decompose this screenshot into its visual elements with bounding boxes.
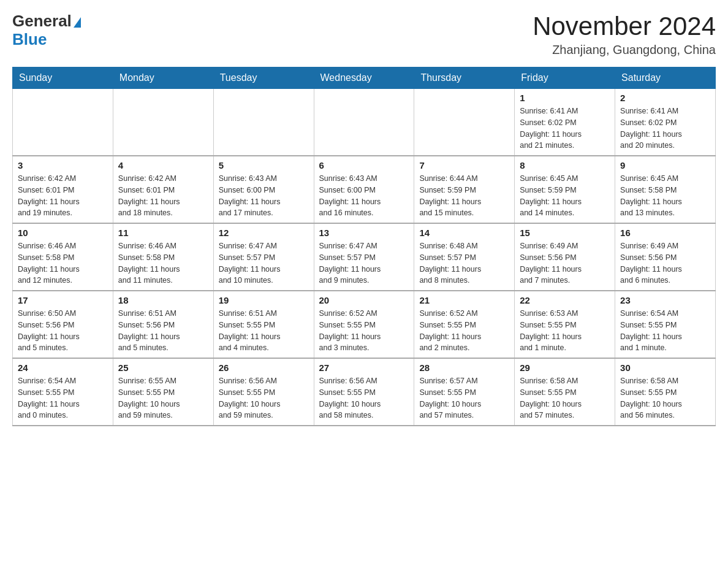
day-header-monday: Monday bbox=[113, 67, 213, 89]
day-number: 30 bbox=[620, 362, 710, 373]
day-info: Sunrise: 6:55 AM Sunset: 5:55 PM Dayligh… bbox=[118, 375, 208, 421]
calendar-cell: 21Sunrise: 6:52 AM Sunset: 5:55 PM Dayli… bbox=[414, 291, 515, 358]
day-number: 19 bbox=[219, 295, 309, 305]
calendar-cell bbox=[13, 89, 113, 156]
calendar-cell: 3Sunrise: 6:42 AM Sunset: 6:01 PM Daylig… bbox=[13, 156, 113, 223]
calendar-cell: 9Sunrise: 6:45 AM Sunset: 5:58 PM Daylig… bbox=[615, 156, 716, 223]
day-number: 14 bbox=[419, 228, 509, 238]
week-row-5: 24Sunrise: 6:54 AM Sunset: 5:55 PM Dayli… bbox=[13, 358, 716, 426]
day-number: 5 bbox=[219, 160, 309, 170]
day-info: Sunrise: 6:56 AM Sunset: 5:55 PM Dayligh… bbox=[219, 375, 309, 421]
day-number: 10 bbox=[18, 228, 108, 238]
calendar-cell: 7Sunrise: 6:44 AM Sunset: 5:59 PM Daylig… bbox=[414, 156, 515, 223]
calendar-cell: 16Sunrise: 6:49 AM Sunset: 5:56 PM Dayli… bbox=[615, 223, 716, 291]
day-number: 12 bbox=[219, 228, 309, 238]
day-number: 8 bbox=[520, 160, 610, 170]
day-number: 21 bbox=[419, 295, 509, 305]
day-info: Sunrise: 6:49 AM Sunset: 5:56 PM Dayligh… bbox=[620, 240, 710, 286]
month-title: November 2024 bbox=[533, 12, 716, 40]
calendar-cell: 8Sunrise: 6:45 AM Sunset: 5:59 PM Daylig… bbox=[515, 156, 615, 223]
week-row-2: 3Sunrise: 6:42 AM Sunset: 6:01 PM Daylig… bbox=[13, 156, 716, 223]
day-header-friday: Friday bbox=[515, 67, 615, 89]
calendar-cell: 27Sunrise: 6:56 AM Sunset: 5:55 PM Dayli… bbox=[314, 358, 414, 426]
page-header: General Blue November 2024 Zhanjiang, Gu… bbox=[12, 12, 716, 57]
day-info: Sunrise: 6:41 AM Sunset: 6:02 PM Dayligh… bbox=[620, 105, 710, 151]
header-row: SundayMondayTuesdayWednesdayThursdayFrid… bbox=[13, 67, 716, 89]
day-number: 22 bbox=[520, 295, 610, 305]
calendar-cell: 4Sunrise: 6:42 AM Sunset: 6:01 PM Daylig… bbox=[113, 156, 213, 223]
calendar-cell: 24Sunrise: 6:54 AM Sunset: 5:55 PM Dayli… bbox=[13, 358, 113, 426]
day-number: 1 bbox=[520, 93, 610, 103]
day-info: Sunrise: 6:47 AM Sunset: 5:57 PM Dayligh… bbox=[319, 240, 409, 286]
week-row-1: 1Sunrise: 6:41 AM Sunset: 6:02 PM Daylig… bbox=[13, 89, 716, 156]
day-info: Sunrise: 6:42 AM Sunset: 6:01 PM Dayligh… bbox=[18, 173, 108, 219]
calendar-cell: 15Sunrise: 6:49 AM Sunset: 5:56 PM Dayli… bbox=[515, 223, 615, 291]
day-info: Sunrise: 6:44 AM Sunset: 5:59 PM Dayligh… bbox=[419, 173, 509, 219]
calendar-cell: 10Sunrise: 6:46 AM Sunset: 5:58 PM Dayli… bbox=[13, 223, 113, 291]
day-number: 24 bbox=[18, 362, 108, 373]
calendar-cell: 23Sunrise: 6:54 AM Sunset: 5:55 PM Dayli… bbox=[615, 291, 716, 358]
day-number: 3 bbox=[18, 160, 108, 170]
day-number: 27 bbox=[319, 362, 409, 373]
calendar-cell bbox=[113, 89, 213, 156]
day-info: Sunrise: 6:48 AM Sunset: 5:57 PM Dayligh… bbox=[419, 240, 509, 286]
logo-triangle-icon bbox=[74, 17, 81, 28]
logo-general: General bbox=[12, 12, 81, 31]
calendar-cell bbox=[414, 89, 515, 156]
day-info: Sunrise: 6:54 AM Sunset: 5:55 PM Dayligh… bbox=[620, 308, 710, 354]
day-number: 11 bbox=[118, 228, 208, 238]
day-number: 15 bbox=[520, 228, 610, 238]
calendar-cell: 1Sunrise: 6:41 AM Sunset: 6:02 PM Daylig… bbox=[515, 89, 615, 156]
day-info: Sunrise: 6:41 AM Sunset: 6:02 PM Dayligh… bbox=[520, 105, 610, 151]
day-number: 29 bbox=[520, 362, 610, 373]
calendar-cell bbox=[213, 89, 314, 156]
calendar-cell: 30Sunrise: 6:58 AM Sunset: 5:55 PM Dayli… bbox=[615, 358, 716, 426]
day-info: Sunrise: 6:43 AM Sunset: 6:00 PM Dayligh… bbox=[219, 173, 309, 219]
day-number: 4 bbox=[118, 160, 208, 170]
calendar-cell: 12Sunrise: 6:47 AM Sunset: 5:57 PM Dayli… bbox=[213, 223, 314, 291]
calendar-cell bbox=[314, 89, 414, 156]
day-header-thursday: Thursday bbox=[414, 67, 515, 89]
calendar-cell: 5Sunrise: 6:43 AM Sunset: 6:00 PM Daylig… bbox=[213, 156, 314, 223]
calendar-cell: 26Sunrise: 6:56 AM Sunset: 5:55 PM Dayli… bbox=[213, 358, 314, 426]
calendar-cell: 2Sunrise: 6:41 AM Sunset: 6:02 PM Daylig… bbox=[615, 89, 716, 156]
day-number: 9 bbox=[620, 160, 710, 170]
calendar-cell: 6Sunrise: 6:43 AM Sunset: 6:00 PM Daylig… bbox=[314, 156, 414, 223]
logo-blue: Blue bbox=[12, 31, 81, 49]
day-number: 18 bbox=[118, 295, 208, 305]
calendar-cell: 22Sunrise: 6:53 AM Sunset: 5:55 PM Dayli… bbox=[515, 291, 615, 358]
day-info: Sunrise: 6:45 AM Sunset: 5:58 PM Dayligh… bbox=[620, 173, 710, 219]
day-info: Sunrise: 6:54 AM Sunset: 5:55 PM Dayligh… bbox=[18, 375, 108, 421]
calendar-cell: 20Sunrise: 6:52 AM Sunset: 5:55 PM Dayli… bbox=[314, 291, 414, 358]
calendar-cell: 11Sunrise: 6:46 AM Sunset: 5:58 PM Dayli… bbox=[113, 223, 213, 291]
day-number: 13 bbox=[319, 228, 409, 238]
day-number: 28 bbox=[419, 362, 509, 373]
week-row-3: 10Sunrise: 6:46 AM Sunset: 5:58 PM Dayli… bbox=[13, 223, 716, 291]
day-header-tuesday: Tuesday bbox=[213, 67, 314, 89]
day-info: Sunrise: 6:49 AM Sunset: 5:56 PM Dayligh… bbox=[520, 240, 610, 286]
day-info: Sunrise: 6:56 AM Sunset: 5:55 PM Dayligh… bbox=[319, 375, 409, 421]
day-info: Sunrise: 6:47 AM Sunset: 5:57 PM Dayligh… bbox=[219, 240, 309, 286]
day-number: 16 bbox=[620, 228, 710, 238]
day-info: Sunrise: 6:45 AM Sunset: 5:59 PM Dayligh… bbox=[520, 173, 610, 219]
day-info: Sunrise: 6:52 AM Sunset: 5:55 PM Dayligh… bbox=[419, 308, 509, 354]
week-row-4: 17Sunrise: 6:50 AM Sunset: 5:56 PM Dayli… bbox=[13, 291, 716, 358]
day-info: Sunrise: 6:53 AM Sunset: 5:55 PM Dayligh… bbox=[520, 308, 610, 354]
calendar-cell: 28Sunrise: 6:57 AM Sunset: 5:55 PM Dayli… bbox=[414, 358, 515, 426]
day-number: 26 bbox=[219, 362, 309, 373]
day-header-saturday: Saturday bbox=[615, 67, 716, 89]
day-number: 6 bbox=[319, 160, 409, 170]
calendar-cell: 17Sunrise: 6:50 AM Sunset: 5:56 PM Dayli… bbox=[13, 291, 113, 358]
day-header-sunday: Sunday bbox=[13, 67, 113, 89]
day-info: Sunrise: 6:58 AM Sunset: 5:55 PM Dayligh… bbox=[620, 375, 710, 421]
day-info: Sunrise: 6:46 AM Sunset: 5:58 PM Dayligh… bbox=[18, 240, 108, 286]
day-header-wednesday: Wednesday bbox=[314, 67, 414, 89]
calendar-header: SundayMondayTuesdayWednesdayThursdayFrid… bbox=[13, 67, 716, 89]
calendar-cell: 29Sunrise: 6:58 AM Sunset: 5:55 PM Dayli… bbox=[515, 358, 615, 426]
calendar-cell: 18Sunrise: 6:51 AM Sunset: 5:56 PM Dayli… bbox=[113, 291, 213, 358]
day-info: Sunrise: 6:46 AM Sunset: 5:58 PM Dayligh… bbox=[118, 240, 208, 286]
day-info: Sunrise: 6:42 AM Sunset: 6:01 PM Dayligh… bbox=[118, 173, 208, 219]
day-number: 7 bbox=[419, 160, 509, 170]
logo: General Blue bbox=[12, 12, 81, 49]
calendar-table: SundayMondayTuesdayWednesdayThursdayFrid… bbox=[12, 67, 716, 426]
